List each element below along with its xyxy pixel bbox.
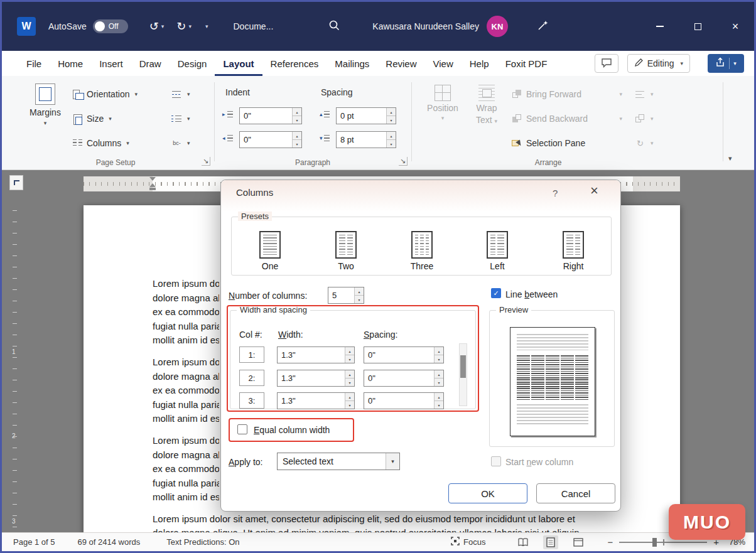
ok-button[interactable]: OK (448, 483, 527, 503)
redo-icon[interactable]: ↻ (176, 21, 186, 32)
margins-button[interactable]: Margins ▾ (24, 83, 66, 126)
tab-foxit-pdf[interactable]: Foxit PDF (497, 51, 556, 76)
maximize-button[interactable] (679, 2, 716, 51)
width-spinner-2[interactable]: 1.3" ▴▾ (277, 370, 355, 387)
number-of-columns-spinner[interactable]: 5 ▴▾ (328, 287, 364, 304)
text-predictions[interactable]: Text Predictions: On (166, 537, 239, 547)
spacing-spinner-1[interactable]: 0" ▴▾ (364, 346, 444, 363)
preset-left[interactable]: Left (478, 231, 516, 271)
preset-three[interactable]: Three (403, 231, 441, 271)
document-text-line[interactable]: Lorem ipsum dolor sit amet, consectetur … (153, 513, 575, 524)
sparkle-wand-icon[interactable] (537, 19, 549, 34)
word-logo-icon[interactable]: W (17, 17, 36, 36)
size-button[interactable]: Size ▾ (72, 110, 112, 127)
autosave-toggle[interactable]: Off (93, 19, 128, 33)
comments-button[interactable] (595, 54, 618, 73)
scrollbar-thumb[interactable] (460, 355, 466, 378)
document-title[interactable]: Docume... (234, 21, 274, 31)
spacing-spinner-2[interactable]: 0" ▴▾ (364, 370, 444, 387)
tab-design[interactable]: Design (170, 51, 215, 76)
help-button[interactable]: ? (553, 188, 558, 198)
preset-one[interactable]: One (251, 231, 289, 271)
indent-right-spinner[interactable]: ▴▾ (292, 132, 301, 148)
quick-access-dropdown-icon[interactable]: ▾ (205, 23, 208, 30)
minimize-button[interactable] (641, 2, 679, 51)
undo-icon[interactable]: ↺ (149, 21, 159, 32)
zoom-slider-thumb[interactable] (652, 538, 657, 547)
collapse-ribbon-icon[interactable]: ▾ (728, 154, 732, 163)
width-spinner-3[interactable]: 1.3" ▴▾ (277, 392, 355, 409)
indent-left-spinner[interactable]: ▴▾ (292, 108, 301, 124)
tab-insert[interactable]: Insert (91, 51, 131, 76)
equal-column-width-checkbox[interactable] (237, 424, 247, 434)
hanging-indent-marker[interactable] (149, 183, 156, 187)
paragraph-fragment[interactable]: Lorem ipsum dolordolore magna aliqex ea … (153, 277, 219, 348)
spinner-buttons[interactable]: ▴▾ (434, 393, 443, 409)
spacing-spinner-3[interactable]: 0" ▴▾ (364, 392, 444, 409)
editing-mode-button[interactable]: Editing ▾ (627, 54, 690, 73)
indent-right-field[interactable]: 0" ▴▾ (239, 131, 302, 148)
tab-file[interactable]: File (18, 51, 50, 76)
selection-pane-button[interactable]: Selection Pane (512, 135, 622, 151)
focus-button[interactable]: Focus (451, 537, 485, 547)
print-layout-button[interactable] (543, 535, 558, 549)
user-name[interactable]: Kawusara Nurudeen Salley (372, 21, 479, 31)
spacing-after-spinner[interactable]: ▴▾ (386, 132, 396, 148)
width-spinner-1[interactable]: 1.3" ▴▾ (277, 346, 355, 363)
indent-left-field[interactable]: 0" ▴▾ (239, 107, 302, 124)
share-button[interactable]: ▾ (708, 54, 744, 73)
paragraph-dialog-launcher[interactable]: ↘ (399, 157, 408, 166)
tab-selector[interactable] (9, 175, 23, 190)
spinner-buttons[interactable]: ▴▾ (354, 287, 364, 303)
spinner-buttons[interactable]: ▴▾ (345, 393, 354, 409)
tab-review[interactable]: Review (377, 51, 424, 76)
breaks-button[interactable]: ▾ (171, 86, 190, 102)
read-mode-button[interactable] (516, 535, 531, 549)
paragraph-fragment[interactable]: Lorem ipsum dolordolore magna aliqex ea … (153, 434, 219, 505)
zoom-slider[interactable] (619, 542, 707, 543)
hyphenation-button[interactable]: bc- ▾ (171, 135, 190, 151)
spacing-after-icon: ▾ (320, 134, 330, 144)
first-line-indent-marker[interactable] (149, 177, 156, 181)
tab-draw[interactable]: Draw (131, 51, 170, 76)
share-dropdown-icon[interactable]: ▾ (733, 60, 737, 67)
tab-layout[interactable]: Layout (215, 51, 262, 76)
page-setup-dialog-launcher[interactable]: ↘ (202, 157, 210, 166)
close-button[interactable]: × (716, 2, 754, 51)
vertical-ruler[interactable]: 1 2 3 (9, 195, 21, 532)
undo-dropdown-icon[interactable]: ▾ (161, 23, 165, 30)
tab-view[interactable]: View (425, 51, 462, 76)
preset-right[interactable]: Right (554, 231, 592, 271)
spinner-buttons[interactable]: ▴▾ (434, 370, 443, 386)
redo-dropdown-icon[interactable]: ▾ (188, 23, 192, 30)
apply-to-dropdown-icon[interactable]: ▾ (386, 453, 399, 470)
avatar[interactable]: KN (487, 16, 508, 37)
paragraph-fragment[interactable]: Lorem ipsum dolordolore magna aliqex ea … (153, 355, 219, 426)
spacing-before-field[interactable]: 0 pt ▴▾ (336, 107, 396, 124)
apply-to-dropdown[interactable]: Selected text ▾ (277, 453, 400, 470)
cancel-button[interactable]: Cancel (536, 483, 615, 503)
dialog-close-button[interactable]: × (590, 183, 598, 199)
tab-mailings[interactable]: Mailings (327, 51, 377, 76)
tab-help[interactable]: Help (462, 51, 497, 76)
columns-button[interactable]: Columns ▾ (72, 135, 129, 151)
spacing-before-spinner[interactable]: ▴▾ (386, 108, 396, 124)
search-icon[interactable] (328, 19, 340, 33)
tab-references[interactable]: References (262, 51, 327, 76)
tab-home[interactable]: Home (50, 51, 91, 76)
web-layout-button[interactable] (571, 535, 586, 549)
word-count[interactable]: 69 of 2414 words (78, 537, 141, 547)
left-indent-marker[interactable] (149, 188, 156, 190)
spinner-buttons[interactable]: ▴▾ (345, 347, 354, 363)
width-spacing-scrollbar[interactable] (459, 343, 467, 406)
spinner-buttons[interactable]: ▴▾ (434, 347, 443, 363)
document-text-line[interactable]: dolore magna aliqua. Ut enim ad minim ve… (153, 527, 580, 532)
line-between-checkbox[interactable]: ✓ (491, 288, 501, 298)
line-numbers-button[interactable]: ▾ (171, 110, 190, 127)
preset-two[interactable]: Two (327, 231, 365, 271)
spinner-buttons[interactable]: ▴▾ (345, 370, 354, 386)
page-count[interactable]: Page 1 of 5 (13, 537, 55, 547)
orientation-button[interactable]: Orientation ▾ (72, 86, 138, 102)
zoom-out-button[interactable]: − (607, 537, 613, 547)
spacing-after-field[interactable]: 8 pt ▴▾ (336, 131, 396, 148)
